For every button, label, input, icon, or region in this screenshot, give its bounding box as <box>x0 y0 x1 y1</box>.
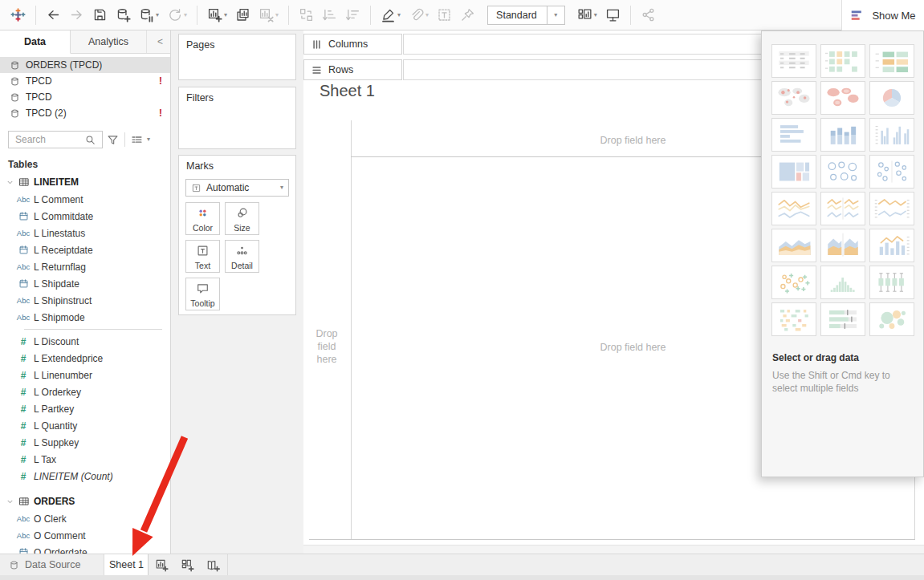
datasource-item[interactable]: TPCD (2)! <box>0 105 170 121</box>
field-item[interactable]: AbcL Comment <box>0 191 170 208</box>
field-item[interactable]: #L Linenumber <box>0 367 170 383</box>
refresh-button[interactable]: ▾ <box>163 5 191 25</box>
new-dashboard-button[interactable] <box>174 554 200 575</box>
field-item[interactable]: AbcO Comment <box>0 527 170 544</box>
show-me-chart-text-table[interactable] <box>771 44 816 78</box>
field-item[interactable]: #L Tax <box>0 451 170 468</box>
chevron-down-icon[interactable] <box>6 497 14 506</box>
duplicate-button[interactable] <box>231 5 254 25</box>
show-me-chart-discrete-area[interactable] <box>820 229 865 262</box>
fix-axes-button[interactable] <box>456 5 479 25</box>
show-me-chart-symbol-map[interactable] <box>771 81 816 115</box>
show-me-chart-scatter-plot[interactable] <box>771 266 816 299</box>
table-group-orders[interactable]: ORDERS <box>0 493 170 510</box>
pause-updates-button[interactable]: ▾ <box>135 5 163 25</box>
show-me-chart-box-and-whisker[interactable] <box>869 266 914 299</box>
refresh-caret[interactable]: ▾ <box>184 12 187 18</box>
field-item[interactable]: AbcL Shipinstruct <box>0 292 170 309</box>
save-button[interactable] <box>88 5 112 25</box>
show-me-chart-circle-views[interactable] <box>820 155 865 189</box>
show-me-chart-filled-map[interactable] <box>820 81 865 115</box>
mark-button-size[interactable]: Size <box>225 202 259 235</box>
drop-field-here-left[interactable]: Drop field here <box>303 327 350 366</box>
datasource-item[interactable]: TPCD! <box>0 73 170 89</box>
tab-sheet-1[interactable]: Sheet 1 <box>104 554 149 575</box>
clear-sheet-button[interactable]: ▾ <box>254 5 283 25</box>
field-item[interactable]: #L Orderkey <box>0 383 170 400</box>
show-me-chart-dual-lines[interactable] <box>869 192 914 225</box>
field-item[interactable]: #L Suppkey <box>0 434 170 451</box>
pause-updates-caret[interactable]: ▾ <box>156 12 159 18</box>
undo-button[interactable] <box>42 5 65 25</box>
field-item[interactable]: AbcO Clerk <box>0 510 170 527</box>
show-me-chart-histogram[interactable] <box>820 266 865 299</box>
mark-button-tooltip[interactable]: Tooltip <box>185 278 220 310</box>
fit-selector-caret[interactable]: ▾ <box>594 12 597 18</box>
chevron-down-icon[interactable] <box>6 178 14 187</box>
new-worksheet-caret[interactable]: ▾ <box>224 12 227 18</box>
new-worksheet-button[interactable] <box>149 554 174 575</box>
fit-selector-button[interactable]: ▾ <box>573 5 601 25</box>
show-me-chart-discrete-lines[interactable] <box>820 192 865 225</box>
highlight-button[interactable]: ▾ <box>377 5 405 25</box>
show-me-chart-treemap[interactable] <box>771 155 816 189</box>
field-item[interactable]: L Receiptdate <box>0 241 170 258</box>
mark-type-dropdown[interactable]: Automatic ▾ <box>185 179 289 197</box>
field-item[interactable]: AbcL Linestatus <box>0 225 170 241</box>
field-item[interactable]: L Commitdate <box>0 208 170 225</box>
fit-mode-select[interactable]: Standard▾ <box>487 6 565 25</box>
show-me-chart-continuous-area[interactable] <box>771 229 816 262</box>
tab-analytics[interactable]: Analytics <box>71 30 147 53</box>
field-item[interactable]: #L Partkey <box>0 400 170 417</box>
show-me-button[interactable]: Show Me <box>841 0 924 30</box>
view-options-caret[interactable]: ▾ <box>147 136 150 143</box>
filters-card[interactable]: Filters <box>178 87 296 149</box>
pages-card[interactable]: Pages <box>178 34 296 80</box>
highlight-caret[interactable]: ▾ <box>397 12 401 18</box>
show-mark-labels-button[interactable] <box>433 5 456 25</box>
datasource-item[interactable]: ORDERS (TPCD) <box>0 57 170 73</box>
collapse-pane-button[interactable]: < <box>150 30 170 53</box>
presentation-mode-button[interactable] <box>601 5 625 25</box>
add-data-button[interactable] <box>112 5 135 25</box>
new-story-button[interactable] <box>200 554 226 575</box>
new-worksheet-button[interactable]: ▾ <box>203 5 231 25</box>
field-item[interactable]: #LINEITEM (Count) <box>0 468 170 485</box>
show-me-chart-side-by-side-bars[interactable] <box>869 118 914 152</box>
tab-data[interactable]: Data <box>0 30 71 54</box>
horizontal-scrollbar[interactable] <box>303 545 924 554</box>
search-box[interactable] <box>8 131 103 148</box>
show-me-chart-gantt[interactable] <box>771 302 816 336</box>
redo-button[interactable] <box>65 5 88 25</box>
group-members-caret[interactable]: ▾ <box>425 12 429 18</box>
group-members-button[interactable]: ▾ <box>405 5 433 25</box>
share-button[interactable] <box>637 5 660 25</box>
field-item[interactable]: #L Discount <box>0 333 170 350</box>
filter-funnel-icon[interactable] <box>106 133 120 147</box>
show-me-chart-highlight-table[interactable] <box>820 44 865 78</box>
clear-sheet-caret[interactable]: ▾ <box>275 12 279 18</box>
mark-button-color[interactable]: Color <box>185 202 220 235</box>
show-me-chart-heat-map[interactable] <box>869 44 914 78</box>
field-item[interactable]: #L Quantity <box>0 417 170 434</box>
datasource-item[interactable]: TPCD <box>0 89 170 105</box>
show-me-chart-stacked-bars[interactable] <box>820 118 865 152</box>
show-me-chart-pie-chart[interactable] <box>869 81 914 115</box>
field-item[interactable]: #L Extendedprice <box>0 350 170 367</box>
table-group-lineitem[interactable]: LINEITEM <box>0 173 170 191</box>
search-input[interactable] <box>14 133 84 146</box>
swap-rows-columns-button[interactable] <box>295 5 318 25</box>
mark-button-text[interactable]: Text <box>185 240 220 273</box>
show-me-chart-side-by-side-circles[interactable] <box>869 155 914 189</box>
show-me-chart-dual-combination[interactable] <box>869 229 914 262</box>
show-me-chart-horizontal-bars[interactable] <box>771 118 816 152</box>
show-me-chart-packed-bubbles[interactable] <box>869 302 914 336</box>
field-item[interactable]: AbcL Returnflag <box>0 258 170 275</box>
field-item[interactable]: AbcL Shipmode <box>0 309 170 326</box>
tab-data-source[interactable]: Data Source <box>0 554 104 575</box>
sort-ascending-button[interactable] <box>318 5 341 25</box>
field-item[interactable]: O Orderdate <box>0 544 170 554</box>
mark-button-detail[interactable]: Detail <box>225 240 259 273</box>
field-item[interactable]: L Shipdate <box>0 275 170 292</box>
sort-descending-button[interactable] <box>341 5 364 25</box>
